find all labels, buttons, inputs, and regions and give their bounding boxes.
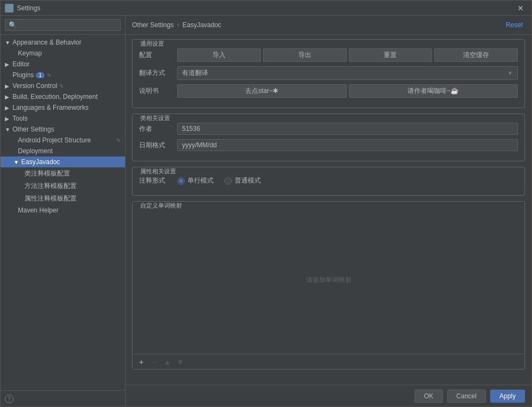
class-section-body: 作者 日期格式 [133, 118, 524, 161]
move-up-button[interactable]: ▲ [162, 356, 173, 367]
sidebar-item-appearance[interactable]: ▼ Appearance & Behavior [1, 37, 125, 48]
sidebar-item-tools[interactable]: ▶ Tools [1, 113, 125, 124]
app-icon [5, 4, 14, 12]
export-button[interactable]: 导出 [263, 48, 347, 62]
add-mapping-button[interactable]: + [136, 356, 147, 367]
breadcrumb-bar: Other Settings › EasyJavadoc Reset [126, 16, 531, 35]
sidebar-item-label: Deployment [18, 147, 53, 155]
sidebar-item-label: Editor [12, 60, 29, 68]
sidebar-tree: ▼ Appearance & Behavior Keymap ▶ Editor … [1, 35, 125, 390]
reset-config-button[interactable]: 重置 [349, 48, 433, 62]
manual-row: 说明书 去点star~✱ 请作者喝咖啡~☕ [139, 84, 518, 98]
breadcrumb-separator: › [177, 21, 179, 29]
reset-button[interactable]: Reset [504, 20, 525, 30]
sidebar-item-label: EasyJavadoc [21, 158, 60, 166]
sidebar-item-build[interactable]: ▶ Build, Execution, Deployment [1, 91, 125, 102]
cancel-button[interactable]: Cancel [447, 390, 486, 403]
section-spacer: 属性相关设置 [133, 167, 524, 172]
breadcrumb-parent: Other Settings [132, 21, 174, 29]
empty-hint-text: 请添加单词映射 [306, 275, 352, 285]
sidebar-item-keymap[interactable]: Keymap [1, 48, 125, 59]
sidebar-item-label: Languages & Frameworks [12, 104, 89, 111]
sidebar-item-deployment[interactable]: Deployment [1, 146, 125, 156]
field-settings-section: 属性相关设置 注释形式 单行模式 [132, 167, 525, 196]
general-section-body: 配置 导入 导出 重置 清空缓存 翻译方式 [133, 44, 524, 108]
import-button[interactable]: 导入 [177, 48, 261, 62]
move-down-button[interactable]: ▼ [175, 356, 186, 367]
sidebar: ▼ Appearance & Behavior Keymap ▶ Editor … [1, 16, 126, 406]
translation-label: 翻译方式 [139, 68, 177, 78]
sidebar-item-label: Other Settings [12, 126, 54, 133]
manual-label: 说明书 [139, 86, 177, 96]
clear-cache-button[interactable]: 清空缓存 [434, 48, 518, 62]
section-spacer: 通用设置 [133, 40, 524, 44]
settings-content: 通用设置 配置 导入 导出 重置 清空缓存 [126, 35, 531, 385]
sidebar-item-method-template[interactable]: 方法注释模板配置 [1, 180, 125, 192]
sidebar-item-easyjavadoc[interactable]: ▼ EasyJavadoc [1, 156, 125, 167]
sidebar-item-label: Appearance & Behavior [12, 39, 82, 46]
sidebar-bottom: ? [1, 390, 125, 406]
field-section-body: 注释形式 单行模式 普通模式 [133, 172, 524, 195]
section-title-class: 类相关设置 [137, 114, 173, 122]
sidebar-item-label: Android Project Structure [18, 136, 91, 144]
help-button[interactable]: ? [5, 395, 14, 403]
breadcrumb-current: EasyJavadoc [183, 21, 221, 29]
coffee-button[interactable]: 请作者喝咖啡~☕ [349, 84, 518, 98]
star-button[interactable]: 去点star~✱ [177, 84, 347, 98]
sidebar-search-container [1, 16, 125, 35]
radio-single-mode[interactable]: 单行模式 [177, 176, 214, 185]
sidebar-item-android[interactable]: Android Project Structure ✎ [1, 135, 125, 146]
arrow-icon: ▶ [5, 61, 10, 67]
annotation-row: 注释形式 单行模式 普通模式 [139, 176, 518, 185]
annotation-label: 注释形式 [139, 176, 177, 185]
sidebar-item-label: 属性注释模板配置 [24, 195, 77, 202]
section-spacer: 自定义单词映射 [133, 202, 524, 206]
arrow-icon: ▶ [5, 105, 10, 111]
date-format-row: 日期格式 [139, 139, 518, 151]
sidebar-item-editor[interactable]: ▶ Editor [1, 59, 125, 70]
config-btn-group: 导入 导出 重置 清空缓存 [177, 48, 518, 62]
translation-select[interactable]: 有道翻译 ▼ [177, 66, 518, 80]
radio-label-normal: 普通模式 [235, 176, 261, 185]
arrow-icon: ▼ [5, 40, 10, 46]
author-row: 作者 [139, 123, 518, 135]
author-label: 作者 [139, 124, 177, 134]
bottom-bar: OK Cancel Apply [126, 385, 531, 406]
section-title-field: 属性相关设置 [137, 167, 179, 176]
mapping-empty-hint: 请添加单词映射 [133, 206, 524, 354]
sidebar-item-version-control[interactable]: ▶ Version Control ✎ [1, 80, 125, 91]
translation-row: 翻译方式 有道翻译 ▼ [139, 66, 518, 80]
sidebar-item-languages[interactable]: ▶ Languages & Frameworks [1, 102, 125, 113]
link-btn-group: 去点star~✱ 请作者喝咖啡~☕ [177, 84, 518, 98]
apply-button[interactable]: Apply [490, 390, 525, 403]
radio-outer-single [177, 177, 185, 185]
search-input[interactable] [5, 19, 121, 31]
sidebar-item-label: 类注释模板配置 [24, 170, 70, 177]
sidebar-item-other-settings[interactable]: ▼ Other Settings [1, 124, 125, 135]
radio-outer-normal [224, 177, 232, 185]
date-label: 日期格式 [139, 141, 177, 150]
window-title: Settings [17, 4, 514, 12]
author-input[interactable] [177, 123, 518, 135]
close-button[interactable]: ✕ [514, 3, 527, 14]
mapping-section: 自定义单词映射 请添加单词映射 + − ▲ ▼ [132, 201, 525, 370]
sidebar-item-field-template[interactable]: 属性注释模板配置 [1, 192, 125, 205]
plugins-badge: 1 [36, 72, 45, 78]
sidebar-item-label: Version Control [12, 82, 57, 90]
config-row: 配置 导入 导出 重置 清空缓存 [139, 48, 518, 62]
remove-mapping-button[interactable]: − [149, 356, 160, 367]
sidebar-item-class-template[interactable]: 类注释模板配置 [1, 167, 125, 180]
radio-normal-mode[interactable]: 普通模式 [224, 176, 261, 185]
sidebar-item-maven-helper[interactable]: Maven Helper [1, 205, 125, 216]
radio-inner-single [179, 179, 183, 183]
sidebar-item-label: Tools [12, 115, 28, 122]
radio-label-single: 单行模式 [187, 176, 214, 185]
arrow-icon: ▶ [5, 94, 10, 100]
date-format-input[interactable] [177, 139, 518, 151]
section-spacer: 类相关设置 [133, 114, 524, 118]
arrow-icon: ▼ [5, 127, 10, 133]
sidebar-item-plugins[interactable]: Plugins 1 ✎ [1, 70, 125, 80]
ok-button[interactable]: OK [415, 390, 442, 403]
sidebar-item-label: Keymap [18, 49, 42, 57]
edit-icon: ✎ [47, 72, 51, 78]
